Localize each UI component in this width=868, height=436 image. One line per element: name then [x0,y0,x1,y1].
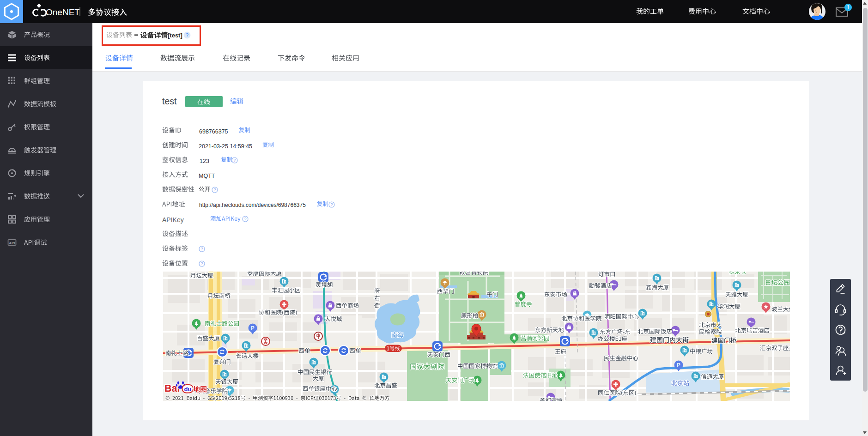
svg-text:?: ? [233,158,236,163]
svg-text:?: ? [330,202,333,207]
svg-text:API: API [9,241,15,245]
svg-text:?: ? [186,32,188,38]
svg-text:du: du [184,386,192,393]
svg-text:?: ? [213,188,216,192]
svg-text:?: ? [244,217,246,221]
svg-text:?: ? [200,247,203,251]
svg-text:1: 1 [847,4,850,11]
svg-text:?: ? [200,261,203,266]
